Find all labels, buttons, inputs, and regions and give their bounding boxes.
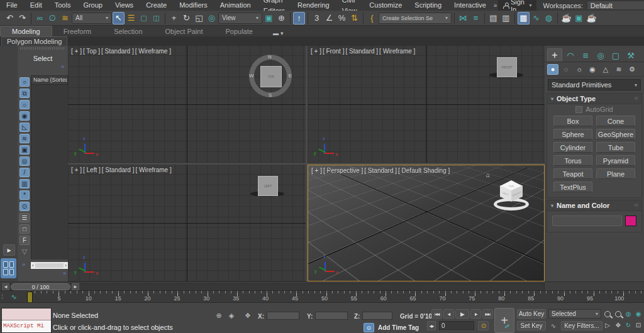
menu-item[interactable]: Views	[109, 0, 140, 11]
expand-chevron-icon[interactable]: »	[61, 63, 64, 70]
category-lights-icon[interactable]: ☼	[574, 64, 585, 75]
compass-south[interactable]: S	[269, 92, 272, 98]
viewport-shading-label[interactable]: [ Wireframe ]	[135, 48, 171, 55]
time-tag-icon[interactable]: ⊙	[364, 323, 374, 332]
display-shapes-icon[interactable]: *	[19, 190, 30, 200]
current-frame-handle[interactable]	[27, 292, 33, 303]
selection-lock-icon[interactable]: ◈	[226, 312, 236, 320]
maximize-viewport-icon[interactable]: ⊡	[633, 320, 643, 330]
toggle-scene-explorer-icon[interactable]: ▥	[500, 12, 512, 25]
viewport-shading-label[interactable]: [ Wireframe ]	[135, 166, 171, 173]
curve-editor-icon[interactable]: ▦	[518, 12, 530, 25]
category-spacewarps-icon[interactable]: ≋	[613, 64, 625, 75]
time-configuration-icon[interactable]: ⊙	[478, 321, 489, 330]
isolate-selection-icon[interactable]: ⊕	[214, 312, 224, 320]
display-lights-icon[interactable]: ☼	[19, 100, 30, 109]
bind-to-spacewarp-icon[interactable]: ≋	[59, 12, 71, 25]
go-to-start-button[interactable]: |◀◀	[431, 309, 442, 319]
previous-frame-button[interactable]: ◀|	[443, 309, 454, 319]
viewcube-face[interactable]: LEFT	[258, 176, 278, 196]
display-none-icon[interactable]: ○	[19, 77, 30, 87]
menu-overflow-icon[interactable]: »	[494, 2, 497, 9]
keyboard-shortcut-override-button[interactable]: ↑	[293, 12, 305, 25]
filter-funnel-icon[interactable]: ▽	[19, 247, 30, 256]
find-icon[interactable]: F	[19, 236, 30, 245]
macro-recorder-row[interactable]	[2, 308, 51, 320]
select-and-manipulate-icon[interactable]: ⊕	[275, 12, 287, 25]
compass-west[interactable]: W	[249, 73, 254, 79]
rectangular-selection-region-icon[interactable]: ▢	[138, 12, 150, 25]
display-frozen-icon[interactable]: ⊙	[19, 202, 30, 211]
menu-item[interactable]: Interactive	[448, 0, 492, 11]
display-cameras-icon[interactable]: ◉	[19, 111, 30, 121]
absolute-offset-toggle-icon[interactable]: ❖	[243, 312, 253, 320]
menu-item[interactable]: Edit	[24, 0, 48, 11]
category-shapes-icon[interactable]: ◌	[560, 64, 572, 75]
compass-north[interactable]: N	[268, 54, 272, 60]
time-slider-handle[interactable]: 0 / 100	[11, 283, 70, 290]
ribbon-config-icon[interactable]: ▬ ▾	[273, 30, 284, 36]
viewport-perspective-active[interactable]: [ + ] [ Perspective ] [ Standard ] [ Def…	[308, 165, 545, 281]
tab-utilities-icon[interactable]: ⚒	[624, 49, 638, 62]
primitive-category-dropdown[interactable]: Standard Primitives ▾	[548, 79, 641, 90]
menu-item[interactable]: Create	[140, 0, 173, 11]
add-time-tag-label[interactable]: Add Time Tag	[378, 324, 419, 331]
select-object-button[interactable]: ↖	[113, 12, 125, 25]
pin-icon[interactable]: ∷	[635, 96, 638, 101]
explorer-h-scrollbar[interactable]: ‹ ›	[31, 262, 68, 269]
category-systems-icon[interactable]: ⚙	[626, 64, 638, 75]
display-bones-icon[interactable]: /	[19, 168, 30, 177]
object-type-button[interactable]: Cone	[596, 116, 635, 126]
object-type-button[interactable]: Cylinder	[553, 142, 592, 153]
align-icon[interactable]: ≡	[470, 12, 482, 25]
select-and-link-icon[interactable]: ∞	[34, 12, 46, 25]
play-button[interactable]: ▶	[455, 309, 469, 319]
sign-in-button[interactable]: Sign In ▾	[498, 0, 536, 11]
zoom-extents-icon[interactable]: ◍	[623, 309, 633, 319]
orbit-icon[interactable]: ↻	[623, 320, 633, 330]
go-to-end-button[interactable]: ▶▶|	[482, 309, 493, 319]
object-type-button[interactable]: Teapot	[553, 168, 592, 179]
y-coordinate-field[interactable]	[315, 312, 348, 320]
pan-icon[interactable]: ✥	[613, 320, 623, 330]
object-type-button[interactable]: Box	[553, 116, 592, 126]
object-type-button[interactable]: Pyramid	[596, 155, 635, 166]
set-keys-button[interactable]: + ⚷	[494, 308, 514, 333]
viewport-standard-label[interactable]: [ Standard ]	[345, 48, 378, 55]
object-name-field[interactable]	[552, 216, 622, 226]
named-selection-sets-icon[interactable]: {	[366, 12, 378, 25]
viewport-menu-plus[interactable]: [ + ]	[311, 48, 321, 55]
x-coordinate-field[interactable]	[267, 312, 299, 320]
zoom-all-icon[interactable]	[613, 309, 623, 319]
menu-item[interactable]: Modifiers	[173, 0, 214, 11]
next-frame-button[interactable]: |▶	[470, 309, 481, 319]
name-color-rollout-header[interactable]: ▾ Name and Color ∷	[547, 200, 641, 211]
viewport-menu-plus[interactable]: [ + ]	[71, 48, 82, 55]
viewport-left[interactable]: [ + ] [ Left ] [ Standard ] [ Wireframe …	[68, 165, 306, 281]
menu-item[interactable]: Animation	[214, 0, 257, 11]
expand-chevron-icon[interactable]: »	[22, 261, 25, 268]
compass-east[interactable]: E	[289, 73, 292, 79]
tab-modify-icon[interactable]: ◠	[564, 49, 577, 62]
object-type-button[interactable]: Plane	[596, 168, 635, 179]
viewport-front[interactable]: [ + ] [ Front ] [ Standard ] [ Wireframe…	[308, 46, 545, 163]
percent-snap-icon[interactable]: %	[336, 12, 348, 25]
category-cameras-icon[interactable]: ◉	[587, 64, 598, 75]
viewcube-face[interactable]: FRONT	[497, 57, 517, 77]
schematic-view-icon[interactable]: ∿	[530, 12, 542, 25]
object-type-button[interactable]: Torus	[553, 155, 592, 166]
material-editor-icon[interactable]: ◍	[543, 12, 555, 25]
snap-toggle-3d-icon[interactable]: 3	[311, 12, 323, 25]
viewport-standard-label[interactable]: [ Standard ]	[364, 167, 397, 174]
display-spacewarps-icon[interactable]: ≋	[19, 134, 30, 143]
list-view-icon[interactable]: ☰	[19, 213, 30, 222]
mini-curve-editor-icon[interactable]: ∿	[8, 292, 20, 301]
select-by-name-icon[interactable]: ☰	[125, 12, 137, 25]
display-containers-icon[interactable]: ▥	[19, 179, 30, 188]
display-groups-icon[interactable]: ▣	[19, 145, 30, 155]
name-column-header[interactable]: Name (Sorted A	[31, 75, 68, 85]
menu-item[interactable]: Scripting	[408, 0, 448, 11]
named-selection-set-dropdown[interactable]: Create Selection Se ▾	[379, 13, 452, 24]
redo-button[interactable]: ↷	[16, 12, 28, 25]
zoom-icon[interactable]	[602, 309, 613, 319]
